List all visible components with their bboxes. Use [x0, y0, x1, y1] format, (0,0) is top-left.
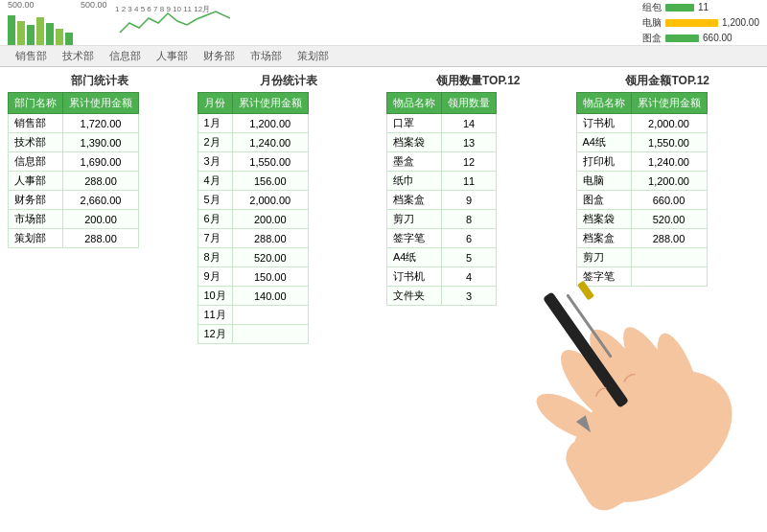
amt-item-name: 签字笔 — [576, 267, 631, 287]
amt-value — [631, 248, 707, 267]
month-name: 4月 — [198, 172, 232, 191]
nav-hr[interactable]: 人事部 — [149, 47, 196, 65]
dept-name: 技术部 — [9, 133, 63, 152]
month-name: 10月 — [198, 287, 232, 306]
qty-value: 3 — [442, 287, 497, 306]
month-row: 7月288.00 — [198, 229, 308, 248]
dept-amount: 288.00 — [63, 229, 139, 248]
dept-name: 信息部 — [9, 152, 63, 172]
qty-item-name: 档案盒 — [387, 191, 442, 210]
qty-item-name: 纸巾 — [387, 172, 442, 191]
amt-item-name: 剪刀 — [576, 248, 631, 267]
dept-col-name: 部门名称 — [9, 93, 63, 114]
qty-item-name: 订书机 — [387, 267, 442, 287]
svg-rect-7 — [559, 393, 697, 517]
month-col-amount: 累计使用金额 — [232, 93, 308, 114]
qty-value: 9 — [442, 191, 497, 210]
month-amount: 200.00 — [232, 210, 308, 229]
month-name: 12月 — [198, 325, 232, 344]
chart-right-label: 500.00 — [81, 0, 107, 10]
amt-row: 图盒660.00 — [576, 191, 707, 210]
qty-value: 13 — [442, 133, 497, 152]
amt-row: 签字笔 — [576, 267, 707, 287]
svg-text:1 2 3 4 5 6 7 8 9 10 11 12月: 1 2 3 4 5 6 7 8 9 10 11 12月 — [115, 5, 210, 13]
line-chart-area: 1 2 3 4 5 6 7 8 9 10 11 12月 — [115, 4, 230, 41]
bar-6 — [56, 29, 63, 46]
dept-row: 人事部288.00 — [9, 172, 139, 191]
amt-row: 打印机1,240.00 — [576, 152, 707, 172]
month-row: 2月1,240.00 — [198, 133, 308, 152]
stat-bar-2 — [665, 19, 718, 27]
top-qty-section: 领用数量TOP.12 物品名称 领用数量 口罩14档案袋13墨盒12纸巾11档案… — [386, 73, 570, 344]
amt-row: A4纸1,550.00 — [576, 133, 707, 152]
bar-5 — [46, 23, 54, 46]
amt-row: 剪刀 — [576, 248, 707, 267]
month-table-title: 月份统计表 — [198, 73, 382, 89]
month-row: 1月1,200.00 — [198, 114, 308, 133]
svg-point-2 — [550, 340, 639, 436]
dept-amount: 1,390.00 — [63, 133, 139, 152]
month-name: 9月 — [198, 267, 232, 287]
qty-col-name: 物品名称 — [387, 93, 442, 114]
svg-point-6 — [529, 384, 611, 450]
qty-row: 档案袋13 — [387, 133, 497, 152]
amt-value: 520.00 — [631, 210, 707, 229]
nav-plan[interactable]: 策划部 — [290, 47, 337, 65]
amt-item-name: 订书机 — [576, 114, 631, 133]
dept-col-amount: 累计使用金额 — [63, 93, 139, 114]
amt-item-name: 打印机 — [576, 152, 631, 172]
svg-marker-10 — [576, 415, 595, 436]
qty-row: 签字笔6 — [387, 229, 497, 248]
top-qty-table: 物品名称 领用数量 口罩14档案袋13墨盒12纸巾11档案盒9剪刀8签字笔6A4… — [386, 92, 497, 306]
bar-3 — [27, 25, 35, 46]
nav-sales[interactable]: 销售部 — [8, 47, 55, 65]
stat-row-1: 组包 11 — [642, 1, 759, 14]
month-row: 8月520.00 — [198, 248, 308, 267]
qty-item-name: 文件夹 — [387, 287, 442, 306]
month-row: 5月2,000.00 — [198, 191, 308, 210]
month-row: 6月200.00 — [198, 210, 308, 229]
amt-item-name: 图盒 — [576, 191, 631, 210]
amt-value: 288.00 — [631, 229, 707, 248]
qty-row: 档案盒9 — [387, 191, 497, 210]
month-name: 11月 — [198, 306, 232, 325]
qty-row: 口罩14 — [387, 114, 497, 133]
dept-row: 市场部200.00 — [9, 210, 139, 229]
main-content: 部门统计表 部门名称 累计使用金额 销售部1,720.00技术部1,390.00… — [0, 67, 767, 350]
month-amount: 1,200.00 — [232, 114, 308, 133]
month-amount: 156.00 — [232, 172, 308, 191]
qty-value: 12 — [442, 152, 497, 172]
qty-col-qty: 领用数量 — [442, 93, 497, 114]
qty-item-name: A4纸 — [387, 248, 442, 267]
dept-table-title: 部门统计表 — [8, 73, 192, 89]
amt-value: 1,240.00 — [631, 152, 707, 172]
amt-value: 1,200.00 — [631, 172, 707, 191]
month-row: 4月156.00 — [198, 172, 308, 191]
amt-item-name: 档案盒 — [576, 229, 631, 248]
qty-value: 6 — [442, 229, 497, 248]
dept-amount: 2,660.00 — [63, 191, 139, 210]
qty-item-name: 墨盒 — [387, 152, 442, 172]
dept-amount: 288.00 — [63, 172, 139, 191]
month-row: 9月150.00 — [198, 267, 308, 287]
month-row: 3月1,550.00 — [198, 152, 308, 172]
nav-tech[interactable]: 技术部 — [55, 47, 102, 65]
nav-info[interactable]: 信息部 — [102, 47, 149, 65]
department-table: 部门名称 累计使用金额 销售部1,720.00技术部1,390.00信息部1,6… — [8, 92, 139, 248]
department-section: 部门统计表 部门名称 累计使用金额 销售部1,720.00技术部1,390.00… — [8, 73, 192, 344]
nav-market[interactable]: 市场部 — [243, 47, 290, 65]
nav-bar[interactable]: 销售部 技术部 信息部 人事部 财务部 市场部 策划部 — [0, 46, 767, 67]
amt-value: 660.00 — [631, 191, 707, 210]
dept-name: 人事部 — [9, 172, 63, 191]
stat-row-2: 电脑 1,200.00 — [642, 16, 759, 30]
top-charts-area: 500.00 500.00 1 2 3 4 5 6 7 8 9 10 11 12… — [0, 0, 767, 46]
bar-7 — [65, 33, 73, 46]
stat-row-3: 图盒 660.00 — [642, 32, 759, 45]
nav-finance[interactable]: 财务部 — [196, 47, 243, 65]
qty-row: 订书机4 — [387, 267, 497, 287]
month-row: 10月140.00 — [198, 287, 308, 306]
month-name: 2月 — [198, 133, 232, 152]
dept-name: 策划部 — [9, 229, 63, 248]
month-row: 12月 — [198, 325, 308, 344]
stat-bar-1 — [665, 4, 694, 12]
